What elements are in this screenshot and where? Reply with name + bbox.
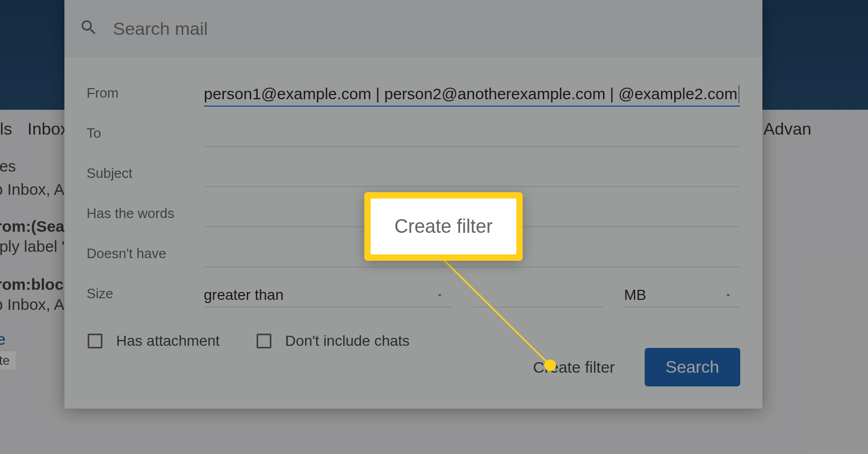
callout-endpoint-dot: [544, 360, 556, 371]
callout-text: Create filter: [394, 215, 493, 238]
callout-create-filter: Create filter: [364, 192, 523, 261]
